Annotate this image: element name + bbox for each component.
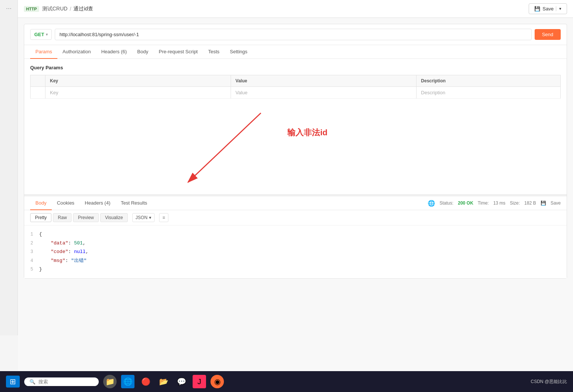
response-code-block: 1 { 2 "data": 501, 3 "code": null, (24, 225, 567, 278)
response-tab-headers[interactable]: Headers (4) (80, 196, 116, 210)
request-tabs: Params Authorization Headers (6) Body Pr… (24, 45, 567, 59)
annotation-arrow (24, 105, 567, 194)
time-value: 13 ms (493, 200, 506, 206)
taskbar-wechat-icon[interactable]: 💬 (175, 375, 188, 388)
row-description[interactable]: Description (417, 87, 561, 99)
top-bar: HTTP 测试CRUD / 通过id查 💾 Save ▾ (18, 0, 573, 18)
col-description: Description (417, 75, 561, 87)
method-value: GET (34, 32, 44, 37)
query-params-title: Query Params (30, 65, 561, 70)
format-pretty-btn[interactable]: Pretty (30, 213, 51, 222)
format-preview-btn[interactable]: Preview (73, 213, 99, 222)
code-brace-open: { (39, 230, 42, 238)
send-button[interactable]: Send (535, 29, 561, 40)
code-line-2: 2 "data": 501, (24, 239, 567, 248)
response-meta: 🌐 Status: 200 OK Time: 13 ms Size: 182 B… (428, 200, 561, 207)
breadcrumb-separator: / (70, 6, 71, 12)
taskbar-file-icon[interactable]: 📁 (103, 375, 117, 388)
line-num-2: 2 (24, 240, 39, 248)
response-tabs: Body Cookies Headers (4) Test Results 🌐 … (24, 196, 567, 210)
save-dropdown-arrow[interactable]: ▾ (556, 6, 561, 11)
request-panel: GET ▾ Send Params Authorization Headers … (24, 24, 567, 279)
taskbar: ⊞ 🔍 📁 🌐 🔴 📂 💬 J ◉ CSDN @恶能比比 (0, 371, 573, 392)
method-chevron: ▾ (46, 32, 48, 37)
taskbar-branding: CSDN @恶能比比 (531, 379, 567, 385)
line-num-4: 4 (24, 257, 39, 265)
table-row: Key Value Description (31, 87, 561, 99)
tab-params[interactable]: Params (30, 45, 57, 59)
code-line-1: 1 { (24, 230, 567, 239)
taskbar-edge-icon[interactable]: 🌐 (121, 375, 134, 388)
size-label: Size: (510, 200, 520, 206)
search-icon: 🔍 (29, 379, 35, 385)
val-data: 501 (74, 240, 83, 246)
line-num-5: 5 (24, 266, 39, 274)
response-tab-test-results[interactable]: Test Results (115, 196, 152, 210)
status-label: Status: (440, 200, 453, 206)
method-select[interactable]: GET ▾ (30, 29, 52, 40)
windows-button[interactable]: ⊞ (6, 376, 20, 388)
code-code-line: "code": null, (39, 247, 89, 256)
code-line-3: 3 "code": null, (24, 247, 567, 256)
taskbar-folder-icon[interactable]: 📂 (157, 375, 170, 388)
time-label: Time: (478, 200, 489, 206)
tab-pre-request[interactable]: Pre-request Script (153, 45, 203, 59)
tab-authorization[interactable]: Authorization (57, 45, 96, 59)
col-key: Key (45, 75, 231, 87)
http-badge: HTTP (24, 6, 39, 12)
save-button[interactable]: 💾 Save ▾ (529, 3, 567, 14)
taskbar-search-input[interactable] (38, 379, 91, 385)
status-value: 200 OK (458, 200, 473, 206)
val-code: null (74, 249, 86, 255)
annotation-text: 输入非法id (287, 127, 327, 138)
row-checkbox[interactable] (31, 87, 45, 99)
tab-tests[interactable]: Tests (203, 45, 225, 59)
params-section: Query Params Key Value Description Key V… (24, 59, 567, 105)
code-msg-line: "msg": "出错" (39, 256, 86, 265)
response-tab-cookies[interactable]: Cookies (52, 196, 80, 210)
format-visualize-btn[interactable]: Visualize (100, 213, 128, 222)
key-code: "code" (51, 249, 68, 255)
row-value[interactable]: Value (231, 87, 417, 99)
taskbar-chrome-icon[interactable]: 🔴 (139, 375, 152, 388)
breadcrumb-current: 通过id查 (73, 6, 93, 12)
wrap-button[interactable]: ≡ (159, 213, 168, 222)
taskbar-search-bar[interactable]: 🔍 (24, 377, 99, 386)
code-brace-close: } (39, 265, 42, 274)
globe-icon: 🌐 (428, 200, 435, 207)
tab-settings[interactable]: Settings (225, 45, 253, 59)
code-line-4: 4 "msg": "出错" (24, 256, 567, 265)
save-label: Save (542, 6, 554, 12)
json-format-arrow: ▾ (149, 215, 151, 220)
json-format-select[interactable]: JSON ▾ (132, 213, 155, 222)
tab-body[interactable]: Body (132, 45, 153, 59)
params-table: Key Value Description Key Value Descript… (30, 75, 561, 99)
tab-headers[interactable]: Headers (6) (96, 45, 132, 59)
code-line-5: 5 } (24, 265, 567, 274)
size-value: 182 B (524, 200, 536, 206)
left-sidebar: ··· (0, 0, 18, 335)
breadcrumb-parent: 测试CRUD (42, 6, 67, 12)
code-data-line: "data": 501, (39, 239, 86, 247)
col-value: Value (231, 75, 417, 87)
breadcrumb: 测试CRUD / 通过id查 (42, 6, 93, 12)
key-data: "data" (51, 240, 68, 246)
line-num-3: 3 (24, 248, 39, 256)
val-msg: "出错" (71, 258, 87, 263)
key-msg: "msg" (51, 258, 65, 263)
response-section: Body Cookies Headers (4) Test Results 🌐 … (24, 194, 567, 278)
url-input[interactable] (55, 29, 532, 40)
save-response-icon: 💾 (541, 200, 546, 206)
row-key[interactable]: Key (45, 87, 231, 99)
annotation-area: 输入非法id (24, 105, 567, 194)
dots-icon: ··· (6, 4, 12, 12)
json-format-value: JSON (136, 215, 148, 220)
url-bar: GET ▾ Send (24, 24, 567, 45)
response-tab-body[interactable]: Body (30, 196, 52, 210)
col-checkbox (31, 75, 45, 87)
taskbar-idea-icon[interactable]: J (193, 375, 206, 388)
taskbar-extra-icon[interactable]: ◉ (210, 375, 224, 388)
save-response-label[interactable]: Save (551, 200, 561, 206)
format-raw-btn[interactable]: Raw (53, 213, 72, 222)
response-body-toolbar: Pretty Raw Preview Visualize JSON ▾ ≡ (24, 210, 567, 225)
